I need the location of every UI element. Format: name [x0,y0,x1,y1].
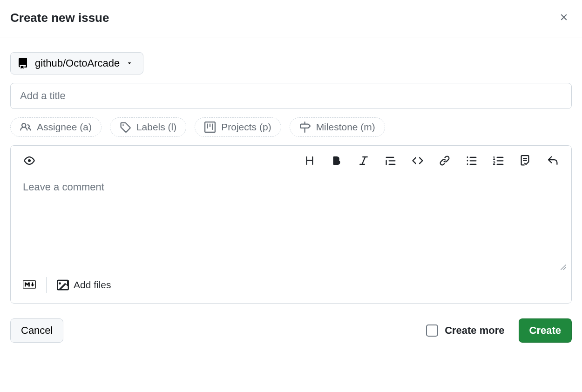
tag-icon [120,122,131,133]
code-button[interactable] [411,154,424,167]
eye-icon [24,155,35,166]
labels-pill[interactable]: Labels (l) [110,117,186,137]
resize-icon [560,264,567,270]
checkbox-icon [426,324,438,337]
add-files-label: Add files [74,279,111,291]
create-more-label: Create more [445,324,504,337]
projects-pill[interactable]: Projects (p) [195,117,281,137]
dialog-header: Create new issue [0,0,582,38]
close-button[interactable] [556,9,572,27]
code-icon [412,155,423,166]
projects-label: Projects (p) [221,122,271,133]
markdown-icon [23,280,36,289]
title-input[interactable] [10,83,572,109]
comment-editor: Add files [10,145,572,304]
list-unordered-icon [466,155,477,166]
task-list-button[interactable] [519,154,532,167]
heading-button[interactable] [303,154,316,167]
bold-button[interactable] [330,154,343,167]
chevron-down-icon [126,60,133,67]
project-icon [204,122,216,133]
bold-icon [331,155,342,166]
image-icon [57,279,69,291]
editor-toolbar [11,146,571,174]
add-files-button[interactable]: Add files [57,279,111,291]
list-ordered-icon [493,155,504,166]
reply-icon [547,155,558,166]
link-icon [439,155,450,166]
link-button[interactable] [438,154,451,167]
divider [46,277,47,293]
create-more-checkbox[interactable]: Create more [426,324,504,337]
preview-button[interactable] [23,154,36,167]
milestone-icon [299,122,311,133]
heading-icon [304,155,315,166]
resize-handle[interactable] [11,264,571,270]
metadata-pills: Assignee (a) Labels (l) Projects (p) Mil… [10,117,572,137]
markdown-help-button[interactable] [23,280,36,291]
assignee-label: Assignee (a) [37,122,92,133]
tasklist-icon [520,155,531,166]
italic-icon [358,155,369,166]
create-button[interactable]: Create [519,318,572,343]
editor-footer: Add files [11,270,571,303]
reply-button[interactable] [546,154,559,167]
labels-label: Labels (l) [136,122,176,133]
dialog-content: github/OctoArcade Assignee (a) Labels (l… [0,38,582,353]
milestone-pill[interactable]: Milestone (m) [290,117,385,137]
cancel-button[interactable]: Cancel [10,318,63,343]
milestone-label: Milestone (m) [316,122,375,133]
ordered-list-button[interactable] [492,154,505,167]
repo-name: github/OctoArcade [35,57,120,69]
repo-selector[interactable]: github/OctoArcade [10,52,143,74]
dialog-actions: Cancel Create more Create [10,312,572,343]
close-icon [559,12,569,22]
italic-button[interactable] [357,154,370,167]
dialog-title: Create new issue [10,11,109,25]
quote-icon [385,155,396,166]
unordered-list-button[interactable] [465,154,478,167]
comment-textarea[interactable] [11,174,571,262]
quote-button[interactable] [384,154,397,167]
repo-icon [17,58,28,69]
assignee-pill[interactable]: Assignee (a) [10,117,102,137]
people-icon [20,122,31,133]
